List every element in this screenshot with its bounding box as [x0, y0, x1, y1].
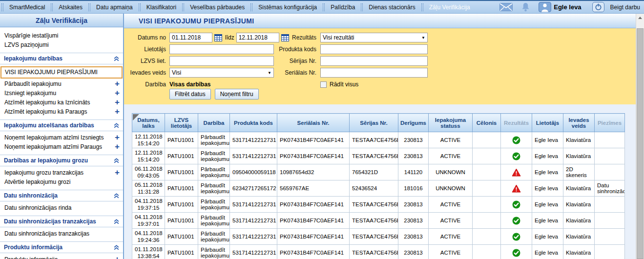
cell-date_time: 04.11.201819:24:36 [132, 229, 165, 245]
scroll-up-button[interactable] [636, 14, 644, 22]
sidebar-section-header[interactable]: Darbības ar Iepakojumu grozu [0, 155, 123, 166]
clear-filter-button[interactable]: Noņemt filtru [215, 89, 259, 100]
sidebar-item[interactable]: Datu sinhronizācijas rinda [0, 203, 123, 213]
sidebar-item[interactable]: Iepakojumu grozu tranzakcijas+ [0, 168, 123, 178]
sidebar-item[interactable]: Izsniegt iepakojumu+ [0, 89, 123, 98]
series-input[interactable] [320, 56, 428, 66]
cell-time: 15:14:20 [135, 156, 162, 163]
column-header-user[interactable]: Lietotājs [532, 114, 563, 132]
plus-icon[interactable]: + [115, 80, 120, 87]
plus-icon[interactable]: + [115, 134, 120, 141]
lzvs-user-input[interactable] [169, 56, 274, 66]
cell-value: PATU1001 [167, 234, 194, 239]
sidebar-item[interactable]: Atvērtie Iepakojumu grozi [0, 178, 123, 187]
plus-icon[interactable]: + [115, 143, 120, 150]
sidebar-section-header[interactable]: Iepakojumu darbības [0, 53, 123, 64]
topbar-menu-item[interactable]: Datu apmaiņa [92, 1, 137, 14]
sidebar-section-header[interactable]: Datu sinhronizācija [0, 190, 123, 201]
show-all-checkbox[interactable] [320, 81, 327, 88]
user-input[interactable] [169, 44, 274, 54]
scrollbar-thumb[interactable] [637, 28, 644, 259]
sidebar-item[interactable]: Pārbaudīt iepakojumu+ [0, 80, 123, 89]
collapse-icon[interactable] [114, 123, 119, 128]
input-type-select[interactable]: Visi ▼ [169, 68, 274, 78]
vertical-scrollbar[interactable] [636, 14, 644, 259]
topbar-menu-item[interactable]: Veselības pārbaudes [186, 1, 249, 14]
column-header-validity[interactable]: Derīgums [398, 114, 429, 132]
calendar-icon[interactable] [214, 34, 222, 41]
sidebar: Zāļu Verifikācija Vispārīgie iestatījumi… [0, 14, 124, 259]
filter-button[interactable]: Filtrēt datus [169, 89, 211, 100]
sidebar-item[interactable]: Noņemt iepakojumam atzīmi Paraugs+ [0, 142, 123, 152]
sidebar-section-label: Datu sinhronizācijas tranzakcijas [4, 218, 96, 225]
collapse-icon[interactable] [114, 245, 119, 250]
table-row[interactable]: 06.11.201809:43:05PATU1001Pārbaudīt iepa… [132, 164, 625, 180]
topbar-menu-item[interactable]: Dienas stacionārs [364, 1, 419, 14]
bell-icon[interactable] [521, 2, 530, 12]
power-icon[interactable] [592, 2, 604, 12]
plus-icon[interactable]: + [115, 90, 120, 97]
sidebar-item[interactable]: VISI IEPAKOJUMU PIEPRASĪJUMI [0, 66, 123, 79]
cell-product: 53171412212731 [230, 229, 277, 245]
plus-icon[interactable]: + [115, 169, 120, 176]
table-row[interactable]: 05.11.201811:31:28PATU1001Pārbaudīt iepa… [132, 180, 625, 197]
column-header-serial[interactable]: Seriālais Nr. [277, 114, 350, 132]
sidebar-item[interactable]: Produktu informācija+ [0, 255, 123, 259]
cell-status: ACTIVE [429, 148, 473, 164]
table-row[interactable]: 12.11.201815:14:20PATU1001Pārbaudīt iepa… [132, 148, 625, 164]
column-header-lzvs_user[interactable]: LZVS lietotājs [165, 114, 198, 132]
sidebar-item[interactable]: Atzīmēt iepakojumu kā Paraugs+ [0, 107, 123, 117]
column-header-date_time[interactable]: Datums, laiks [132, 114, 165, 132]
cell-status: ACTIVE [429, 197, 473, 213]
sidebar-item[interactable]: LZVS paziņojumi [0, 40, 123, 50]
sidebar-section-header[interactable]: Datu sinhronizācijas tranzakcijas [0, 216, 123, 227]
column-header-action[interactable]: Darbība [198, 114, 230, 132]
sidebar-item[interactable]: Noņemt Iepakojumam atzīmi Izsniegts+ [0, 133, 123, 142]
sidebar-item[interactable]: Atzīmēt iepakojumu ka Iznīcināts+ [0, 98, 123, 107]
topbar-menu-item[interactable]: SmartMedical [5, 1, 49, 14]
collapse-icon[interactable] [114, 56, 119, 61]
column-header-product[interactable]: Produkta kods [230, 114, 277, 132]
date-from-input[interactable] [169, 33, 212, 42]
column-header-status[interactable]: Iepakojuma statuss [429, 114, 473, 132]
collapse-icon[interactable] [114, 193, 119, 199]
logout-button[interactable]: Beigt darbu [610, 4, 640, 11]
topbar-menu-item[interactable]: Sistēmas konfigurācija [254, 1, 321, 14]
cell-validity: 230813 [398, 213, 429, 229]
result-select[interactable]: Visi rezultāti ▼ [320, 33, 428, 42]
table-row[interactable]: 04.11.201819:37:15PATU1001Pārbaudīt iepa… [132, 197, 625, 213]
product-code-input[interactable] [320, 44, 428, 54]
column-header-series[interactable]: Sērijas Nr. [350, 114, 398, 132]
plus-icon[interactable]: + [115, 99, 120, 106]
cell-date: 05.11.2018 [135, 181, 162, 188]
plus-icon[interactable]: + [115, 256, 120, 259]
topbar-menu-item[interactable]: Palīdzība [326, 1, 359, 14]
sidebar-section-header[interactable]: Produktu informācija [0, 241, 123, 253]
mail-icon[interactable] [499, 3, 513, 11]
table-row[interactable]: 04.11.201819:37:01PATU1001Pārbaudīt iepa… [132, 213, 625, 229]
input-type-label: Ievades veids [124, 69, 166, 76]
table-row[interactable]: 01.11.201813:38:54PATU1001Pārbaudīt iepa… [132, 245, 625, 259]
sidebar-item[interactable]: Vispārīgie iestatījumi [0, 31, 123, 40]
topbar-menu-item[interactable]: Atskaites [54, 1, 87, 14]
user-icon[interactable] [539, 2, 551, 12]
cell-value: Pārbaudīt iepakojumu [201, 134, 229, 146]
cell-series: TESTAA7CE4756B [350, 245, 398, 259]
collapse-icon[interactable] [114, 219, 119, 224]
topbar-menu-item[interactable]: Zāļu Verifikācija [425, 1, 475, 14]
sidebar-section-header[interactable]: Iepakojumu atcelšanas darbības [0, 120, 123, 131]
cell-series: TESTAA7CE4756B [350, 229, 398, 245]
sidebar-item-label: Datu sinhronizācijas rinda [4, 204, 71, 211]
cell-value: 53171412212731 [232, 250, 276, 256]
collapse-icon[interactable] [114, 158, 119, 163]
column-header-cause[interactable]: Cēlonis [473, 114, 501, 132]
topbar-menu-item[interactable]: Klasifikatori [142, 1, 181, 14]
cell-date_time: 04.11.201819:37:15 [132, 197, 165, 213]
serial-input[interactable] [320, 68, 428, 78]
sidebar-item[interactable]: Datu sinhronizācijas tranzakcijas [0, 229, 123, 239]
table-row[interactable]: 12.11.201815:14:20PATU1001Pārbaudīt iepa… [132, 132, 625, 148]
table-row[interactable]: 04.11.201819:24:36PATU1001Pārbaudīt iepa… [132, 229, 625, 245]
plus-icon[interactable]: + [115, 108, 120, 115]
column-header-input[interactable]: Ievades veids [563, 114, 595, 132]
cell-notes [595, 132, 625, 148]
